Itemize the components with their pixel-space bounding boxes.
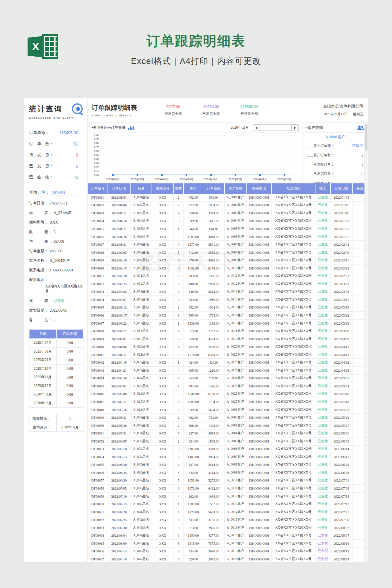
table-cell[interactable]: 2022/05/23 xyxy=(330,406,352,414)
table-cell[interactable]: DF00025 xyxy=(88,225,108,233)
table-cell[interactable]: XX省XX市区XX路XX号 xyxy=(272,453,315,461)
table-cell[interactable]: 970.00 xyxy=(184,256,203,265)
table-cell[interactable]: A_0008客户 xyxy=(225,461,247,469)
table-cell[interactable]: DF00063 xyxy=(88,524,108,532)
table-cell[interactable]: 712.00 xyxy=(184,248,203,256)
table-cell[interactable]: 362.00 xyxy=(184,414,203,422)
table-cell[interactable]: A_0027客户 xyxy=(225,398,247,406)
table-cell[interactable]: 138-0000-0001 xyxy=(246,343,272,351)
table-cell[interactable]: 1089.00 xyxy=(203,296,225,304)
table-cell[interactable]: 1587.00 xyxy=(203,500,225,508)
table-cell[interactable]: 7575.00 xyxy=(203,540,225,548)
table-cell[interactable]: 2022/06/06 xyxy=(330,430,352,438)
table-cell[interactable]: A_039品名 xyxy=(130,492,152,500)
table-cell[interactable]: XXX xyxy=(152,351,174,359)
table-cell[interactable]: 939.00 xyxy=(184,406,203,414)
table-cell[interactable]: XX省XX市区XX路XX号 xyxy=(272,437,315,445)
table-cell[interactable]: XX省XX市区XX路XX号 xyxy=(272,421,315,430)
table-cell[interactable]: 5 xyxy=(173,524,183,532)
table-cell[interactable]: DF00062 xyxy=(88,516,108,524)
table-cell[interactable]: DF00061 xyxy=(88,508,108,516)
table-cell[interactable]: 1051.00 xyxy=(184,477,203,485)
table-cell[interactable]: 138-0000-0001 xyxy=(246,477,272,485)
table-cell[interactable]: XX省XX市区XX路XX号 xyxy=(272,477,315,485)
table-cell[interactable]: A_0007客户 xyxy=(225,241,247,249)
table-cell[interactable]: 5680.00 xyxy=(203,508,225,516)
table-cell[interactable]: 已签收 xyxy=(315,312,330,320)
table-cell[interactable]: 2022/05/16 xyxy=(108,406,131,414)
table-cell[interactable]: A_032品名 xyxy=(130,437,152,445)
table-cell[interactable]: 5 xyxy=(173,477,183,485)
table-cell[interactable]: DF00035 xyxy=(88,304,108,312)
table-cell[interactable]: A_038品名 xyxy=(130,485,152,493)
table-cell[interactable]: 2022/05/01 xyxy=(108,382,131,390)
table-cell[interactable]: 138-0000-0001 xyxy=(246,374,272,382)
table-cell[interactable]: 2988.00 xyxy=(203,280,225,288)
table-cell[interactable]: 4377.00 xyxy=(203,532,225,540)
table-cell[interactable]: 2022/06/26 xyxy=(330,461,352,469)
table-cell[interactable]: A_0015客户 xyxy=(225,516,247,524)
table-cell[interactable]: A_0003客户 xyxy=(225,209,247,217)
table-cell[interactable]: XXX xyxy=(152,430,174,438)
table-cell[interactable]: 4 xyxy=(173,288,183,296)
table-cell[interactable]: 2022/03/28 xyxy=(330,327,352,335)
table-cell[interactable]: DF00064 xyxy=(88,532,108,540)
table-cell[interactable]: 2022/01/16 xyxy=(330,209,352,217)
table-cell[interactable]: 已签收 xyxy=(315,500,330,508)
table-cell[interactable]: A_0009客户 xyxy=(225,469,247,477)
month-cell[interactable]: 0.00 xyxy=(56,382,83,390)
table-cell[interactable]: DF00067 xyxy=(88,555,108,563)
table-cell[interactable]: 138-0000-0001 xyxy=(246,390,272,398)
table-cell[interactable]: 2022/08/07 xyxy=(330,532,352,540)
table-cell[interactable]: 138-0000-0001 xyxy=(246,540,272,548)
table-cell[interactable]: 已签收 xyxy=(315,508,330,516)
table-cell[interactable]: 983.00 xyxy=(184,272,203,280)
table-cell[interactable]: XXX xyxy=(152,492,174,500)
table-cell[interactable]: 2022/08/04 xyxy=(108,532,131,540)
table-cell[interactable]: 2022/05/18 xyxy=(330,398,352,406)
table-cell[interactable]: 1 xyxy=(173,319,183,327)
table-cell[interactable]: 138-0000-0001 xyxy=(246,241,272,249)
table-cell[interactable]: 已签收 xyxy=(315,469,330,477)
table-cell[interactable]: A_0016客户 xyxy=(225,312,247,320)
table-cell[interactable]: DF00059 xyxy=(88,492,108,500)
table-cell[interactable]: DF00029 xyxy=(88,256,108,265)
table-cell[interactable]: 5 xyxy=(173,555,183,563)
table-cell[interactable]: DF00055 xyxy=(88,461,108,469)
table-cell[interactable]: 4 xyxy=(173,508,183,516)
table-cell[interactable]: 5255.00 xyxy=(203,477,225,485)
table-cell[interactable]: 2022/02/20 xyxy=(108,272,131,280)
table-cell[interactable]: DF00058 xyxy=(88,485,108,493)
table-cell[interactable]: 2022/03/22 xyxy=(330,312,352,320)
table-cell[interactable]: 2022/06/20 xyxy=(108,461,131,469)
table-cell[interactable]: 628.00 xyxy=(184,288,203,296)
table-cell[interactable]: 3 xyxy=(173,382,183,390)
table-cell[interactable]: 2022/01/11 xyxy=(330,201,352,209)
table-cell[interactable]: XXX xyxy=(152,540,174,548)
table-cell[interactable]: XX省XX市区XX路XX号 xyxy=(272,492,315,500)
table-cell[interactable]: 5 xyxy=(173,248,183,256)
month-cell[interactable]: 2025年10月 xyxy=(29,364,57,373)
month-cell[interactable]: 2025年07月 xyxy=(29,339,57,348)
table-cell[interactable]: 2022/01/03 xyxy=(330,194,352,201)
table-cell[interactable]: A_029品名 xyxy=(130,414,152,422)
footer-value[interactable]: 2026年02月 xyxy=(57,425,83,430)
table-cell[interactable]: 2022/05/26 xyxy=(108,421,131,430)
table-cell[interactable]: XX省XX市区XX路XX号 xyxy=(272,272,315,280)
table-cell[interactable]: 2022/03/12 xyxy=(108,304,131,312)
table-cell[interactable]: 138-0000-0001 xyxy=(246,421,272,430)
table-cell[interactable]: XXX xyxy=(152,485,174,493)
table-cell[interactable]: XXX xyxy=(152,555,174,563)
table-cell[interactable]: A_025品名 xyxy=(130,382,152,390)
table-cell[interactable]: XXX xyxy=(152,508,174,516)
table-cell[interactable]: DF00028 xyxy=(88,248,108,256)
table-cell[interactable]: 已签收 xyxy=(315,296,330,304)
table-cell[interactable]: XXX xyxy=(152,312,174,320)
table-cell[interactable]: 668.00 xyxy=(184,421,203,430)
table-cell[interactable]: 138-0000-0001 xyxy=(246,296,272,304)
table-cell[interactable]: 3670.00 xyxy=(203,547,225,555)
table-cell[interactable]: 5 xyxy=(173,351,183,359)
table-cell[interactable]: XX省XX市区XX路XX号 xyxy=(272,233,315,241)
table-cell[interactable]: 已签收 xyxy=(315,492,330,500)
table-cell[interactable]: DF00039 xyxy=(88,335,108,343)
